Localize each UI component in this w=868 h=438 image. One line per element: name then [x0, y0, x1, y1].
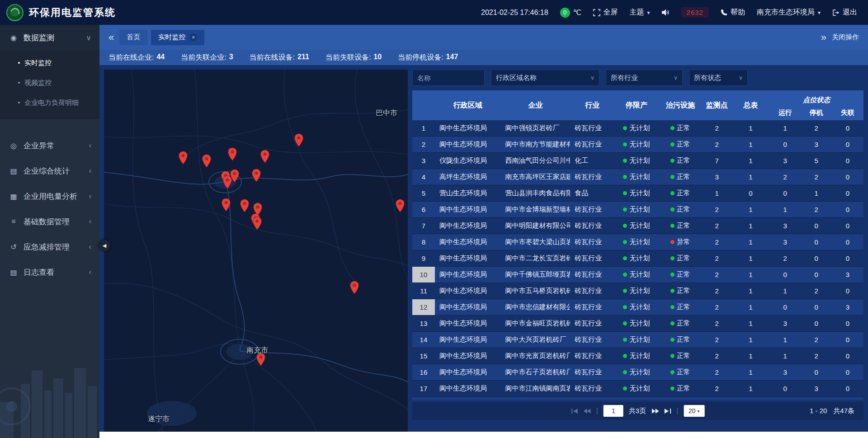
monitor-count-cell: 2 — [702, 254, 732, 262]
scroll-tabs-right-icon[interactable]: » — [821, 33, 826, 42]
map-pin[interactable] — [230, 169, 240, 183]
column-header: 行政区域 — [435, 90, 501, 120]
map-pin[interactable] — [221, 198, 231, 212]
table-row[interactable]: 7阆中生态环境局阆中明阳建材有限公司砖瓦行业无计划正常21300 — [412, 218, 863, 234]
table-row[interactable]: 10阆中生态环境局阆中千佛镇五郎垭页岩砖瓦行业无计划正常21003 — [412, 267, 863, 283]
tab-首页[interactable]: 首页 — [119, 30, 147, 45]
page-number-input[interactable] — [604, 405, 623, 417]
table-row[interactable]: 11阆中生态环境局阆中市五马桥页岩机砖砖瓦行业无计划正常21120 — [412, 283, 863, 299]
sidebar-subitem[interactable]: 企业电力负荷明细 — [0, 93, 99, 113]
subcolumn-header: 失联 — [832, 105, 863, 120]
company-cell: 阆中明阳建材有限公司 — [501, 221, 571, 230]
table-row[interactable]: 2阆中生态环境局阆中市南方节能建材有砖瓦行业无计划正常21030 — [412, 137, 863, 153]
map-pin[interactable] — [227, 147, 237, 161]
sidebar-item-log[interactable]: ▤日志查看‹ — [0, 259, 99, 285]
company-cell: 营山县润丰肉食品有限 — [501, 189, 571, 198]
map-panel[interactable]: 巴中市南充市遂宁市 ◀ — [104, 70, 408, 432]
last-page-button[interactable] — [664, 409, 671, 414]
sidebar-item-alert[interactable]: ◎企业异常‹ — [0, 133, 99, 158]
table-row[interactable]: 9阆中生态环境局阆中市二龙长宝页岩砖砖瓦行业无计划正常21200 — [412, 250, 863, 267]
facility-cell: 异常 — [659, 238, 702, 246]
close-operations-button[interactable]: 关闭操作 — [832, 33, 859, 42]
sidebar-item-monitor[interactable]: ◉数据监测∨ — [0, 25, 99, 50]
status-filter-select[interactable]: 所有状态 ∨ — [689, 70, 748, 86]
region-filter-select[interactable]: 行政区域名称 ∨ — [491, 70, 599, 86]
row-index-cell: 2 — [412, 137, 435, 152]
sidebar-item-stats[interactable]: ▤企业综合统计‹ — [0, 158, 99, 184]
table-row[interactable]: 13阆中生态环境局阆中市金福旺页岩机砖砖瓦行业无计划正常21300 — [412, 316, 863, 332]
sidebar-item-analysis[interactable]: ▦企业用电量分析‹ — [0, 184, 99, 209]
column-header: 停限产 — [614, 90, 659, 120]
map-pin[interactable] — [178, 151, 188, 165]
map-pin[interactable] — [294, 133, 304, 147]
stat-value: 211 — [297, 53, 309, 62]
industry-cell: 砖瓦行业 — [570, 140, 614, 149]
industry-cell: 化工 — [570, 156, 614, 165]
sidebar-item-emergency[interactable]: ↺应急减排管理‹ — [0, 234, 99, 259]
table-row[interactable]: 4高坪生态环境局南充市高坪区王家店建砖瓦行业无计划正常31220 — [412, 169, 863, 185]
org-label: 南充市生态环境局 — [757, 8, 815, 17]
prev-page-button[interactable] — [584, 409, 591, 414]
table-row[interactable]: 3仪陇生态环境局西南油气田分公司川中化工无计划正常71350 — [412, 153, 863, 169]
map-pin[interactable] — [260, 150, 270, 163]
next-page-button[interactable] — [651, 409, 659, 414]
table-row[interactable]: 6阆中生态环境局阆中市金博瑞新型墙材砖瓦行业无计划正常21120 — [412, 202, 863, 218]
industry-filter-select[interactable]: 所有行业 ∨ — [606, 70, 683, 86]
table-row[interactable]: 12阆中生态环境局阆中市忠信建材有限公砖瓦行业无计划正常21003 — [412, 299, 863, 316]
meter-count-cell: 1 — [732, 173, 770, 181]
map-pin[interactable] — [202, 154, 212, 168]
map-pin[interactable] — [252, 217, 262, 230]
table-row[interactable]: 5营山生态环境局营山县润丰肉食品有限食品无计划正常10010 — [412, 185, 863, 202]
map-pin[interactable] — [349, 281, 359, 294]
table-row[interactable]: 17阆中生态环境局阆中市江南镇阆南页岩砖瓦行业无计划正常21030 — [412, 381, 863, 397]
status-dot — [670, 338, 675, 342]
limit-cell: 无计划 — [614, 238, 659, 246]
tab-list: 首页实时监控× — [119, 30, 204, 45]
emergency-icon: ↺ — [9, 243, 18, 251]
map-pin[interactable] — [395, 199, 405, 212]
status-dot — [670, 207, 675, 212]
lost-count-cell: 0 — [832, 320, 863, 327]
facility-cell: 正常 — [659, 303, 702, 311]
lost-count-cell: 0 — [832, 141, 863, 148]
theme-dropdown[interactable]: 主题 ▾ — [630, 8, 650, 17]
announce-button[interactable] — [662, 9, 670, 16]
row-index-cell: 12 — [412, 299, 435, 315]
map-pin[interactable] — [240, 199, 250, 212]
name-filter-input[interactable] — [412, 70, 485, 86]
status-dot — [623, 159, 627, 163]
tab-bar: « 首页实时监控× » 关闭操作 — [99, 25, 868, 50]
sidebar-item-base[interactable]: ≡基础数据管理‹ — [0, 209, 99, 234]
fullscreen-button[interactable]: 全屏 — [593, 8, 618, 17]
table-row[interactable]: 18南部生态环境局南部县双佛页岩砖有限公砖瓦行业无计划正常21020 — [412, 397, 863, 400]
table-row[interactable]: 15阆中生态环境局阆中市光富页岩机砖厂砖瓦行业无计划正常21120 — [412, 348, 863, 364]
close-icon[interactable]: × — [189, 33, 197, 41]
sidebar-subitem[interactable]: 实时监控 — [0, 53, 99, 73]
help-button[interactable]: 帮助 — [721, 8, 745, 17]
content-area: « 首页实时监控× » 关闭操作 当前在线企业:44当前失联企业:3当前在线设备… — [99, 25, 868, 438]
map-pin[interactable] — [251, 169, 261, 182]
company-cell: 阆中市枣碧大梁山页岩 — [501, 238, 571, 246]
alarm-count-badge[interactable]: 2632 — [681, 7, 709, 18]
logout-button[interactable]: 退出 — [832, 8, 857, 17]
industry-cell: 砖瓦行业 — [570, 352, 614, 360]
map-city-label: 巴中市 — [376, 108, 397, 118]
status-dot — [623, 289, 627, 293]
table-row[interactable]: 1阆中生态环境局阆中强锐页岩砖厂砖瓦行业无计划正常21120 — [412, 120, 863, 137]
status-dot — [670, 386, 675, 391]
status-dot — [623, 224, 627, 228]
scroll-tabs-left-icon[interactable]: « — [108, 33, 114, 42]
table-row[interactable]: 16阆中生态环境局阆中市石子页岩机砖厂砖瓦行业无计划正常21300 — [412, 364, 863, 381]
tabbar-right: » 关闭操作 — [821, 33, 859, 42]
limit-cell-label: 无计划 — [629, 303, 650, 311]
skyline-decoration — [0, 352, 99, 438]
lost-count-cell: 0 — [832, 254, 863, 262]
table-row[interactable]: 14阆中生态环境局阆中大兴页岩机砖厂砖瓦行业无计划正常21120 — [412, 332, 863, 348]
sidebar-subitem[interactable]: 视频监控 — [0, 73, 99, 93]
tab-实时监控[interactable]: 实时监控× — [151, 30, 204, 45]
first-page-button[interactable] — [571, 409, 578, 414]
table-row[interactable]: 8阆中生态环境局阆中市枣碧大梁山页岩砖瓦行业无计划异常21300 — [412, 234, 863, 250]
org-dropdown[interactable]: 南充市生态环境局 ▾ — [757, 8, 821, 17]
page-size-select[interactable]: 20 ▾ — [684, 405, 704, 417]
status-dot — [623, 273, 627, 277]
